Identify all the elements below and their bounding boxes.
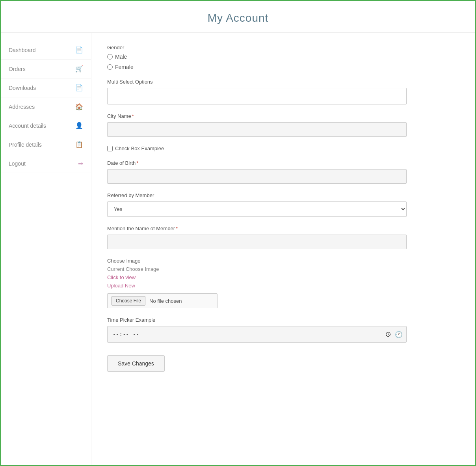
multi-select-section: Multi Select Options	[107, 79, 459, 104]
clock-icon: 🕐	[395, 330, 403, 338]
sidebar-item-addresses-label: Addresses	[9, 104, 35, 110]
member-name-label: Mention the Name of Member*	[107, 226, 459, 231]
account-details-icon: 👤	[75, 122, 83, 129]
male-radio-label[interactable]: Male	[107, 54, 459, 60]
sidebar-item-account-details[interactable]: Account details 👤	[1, 116, 91, 135]
choose-file-button[interactable]: Choose File	[112, 296, 145, 306]
gender-label: Gender	[107, 45, 459, 50]
female-label-text: Female	[115, 64, 134, 70]
sidebar-item-logout[interactable]: Logout ➡	[1, 154, 91, 173]
checkbox-section: Check Box Examplee	[107, 145, 459, 151]
sidebar-item-logout-label: Logout	[9, 160, 26, 167]
file-input-wrapper: Choose File No file chosen	[107, 293, 218, 308]
member-name-required: *	[176, 226, 178, 231]
dob-required: *	[136, 160, 138, 166]
city-name-required: *	[132, 113, 134, 119]
gender-section: Gender Male Female	[107, 45, 459, 70]
dob-section: Date of Birth*	[107, 160, 459, 184]
checkbox-example[interactable]	[107, 146, 113, 151]
male-radio[interactable]	[107, 54, 113, 60]
sidebar-item-orders[interactable]: Orders 🛒	[1, 60, 91, 78]
orders-icon: 🛒	[75, 65, 83, 73]
checkbox-row: Check Box Examplee	[107, 145, 459, 151]
choose-image-label: Choose Image	[107, 258, 459, 264]
save-changes-button[interactable]: Save Changes	[107, 355, 165, 372]
sidebar-item-addresses[interactable]: Addresses 🏠	[1, 97, 91, 116]
sidebar-item-dashboard-label: Dashboard	[9, 47, 36, 53]
multi-select-label: Multi Select Options	[107, 79, 459, 85]
city-name-section: City Name*	[107, 113, 459, 137]
member-name-section: Mention the Name of Member*	[107, 226, 459, 249]
logout-icon: ➡	[78, 160, 83, 167]
sidebar-item-dashboard[interactable]: Dashboard 📄	[1, 41, 91, 60]
dob-input[interactable]	[107, 169, 407, 184]
sidebar-item-downloads[interactable]: Downloads 📄	[1, 78, 91, 97]
gender-radio-group: Male Female	[107, 54, 459, 70]
city-name-label: City Name*	[107, 113, 459, 119]
main-content: Gender Male Female Multi Select Options	[91, 33, 475, 465]
referred-label: Referred by Member	[107, 192, 459, 198]
sidebar-item-profile-details-label: Profile details	[9, 142, 42, 148]
sidebar-item-profile-details[interactable]: Profile details 📋	[1, 135, 91, 154]
multi-select-input[interactable]	[107, 88, 407, 104]
checkbox-label[interactable]: Check Box Examplee	[115, 145, 164, 151]
referred-select[interactable]: Yes No	[107, 201, 407, 217]
sidebar-item-downloads-label: Downloads	[9, 85, 36, 91]
female-radio-label[interactable]: Female	[107, 64, 459, 70]
sidebar-item-orders-label: Orders	[9, 66, 26, 72]
city-name-input[interactable]	[107, 122, 407, 137]
female-radio[interactable]	[107, 64, 113, 70]
time-input-wrapper: 🕐	[107, 326, 407, 343]
downloads-icon: 📄	[75, 84, 83, 91]
male-label-text: Male	[115, 54, 127, 60]
time-picker-section: Time Picker Example 🕐	[107, 317, 459, 343]
upload-new-link[interactable]: Upload New	[107, 283, 459, 289]
choose-image-section: Choose Image Current Choose Image Click …	[107, 258, 459, 308]
dob-label: Date of Birth*	[107, 160, 459, 166]
click-to-view-link[interactable]: Click to view	[107, 274, 459, 280]
addresses-icon: 🏠	[75, 103, 83, 110]
referred-section: Referred by Member Yes No	[107, 192, 459, 217]
no-file-text: No file chosen	[149, 298, 182, 304]
sidebar-item-account-details-label: Account details	[9, 123, 46, 129]
page-title: My Account	[1, 12, 475, 24]
dashboard-icon: 📄	[75, 46, 83, 54]
current-image-text: Current Choose Image	[107, 266, 459, 272]
time-picker-input[interactable]	[107, 326, 407, 343]
member-name-input[interactable]	[107, 235, 407, 249]
sidebar: Dashboard 📄 Orders 🛒 Downloads 📄 Address…	[1, 33, 91, 465]
profile-details-icon: 📋	[75, 141, 83, 148]
time-picker-label: Time Picker Example	[107, 317, 459, 323]
